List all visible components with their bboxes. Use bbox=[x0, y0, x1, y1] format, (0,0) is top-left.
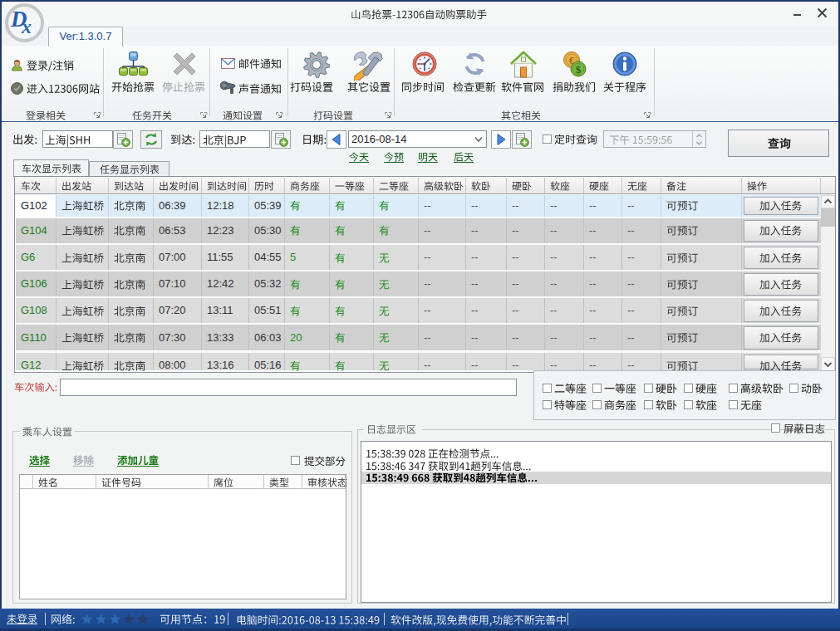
svg-text:$: $ bbox=[576, 63, 582, 76]
